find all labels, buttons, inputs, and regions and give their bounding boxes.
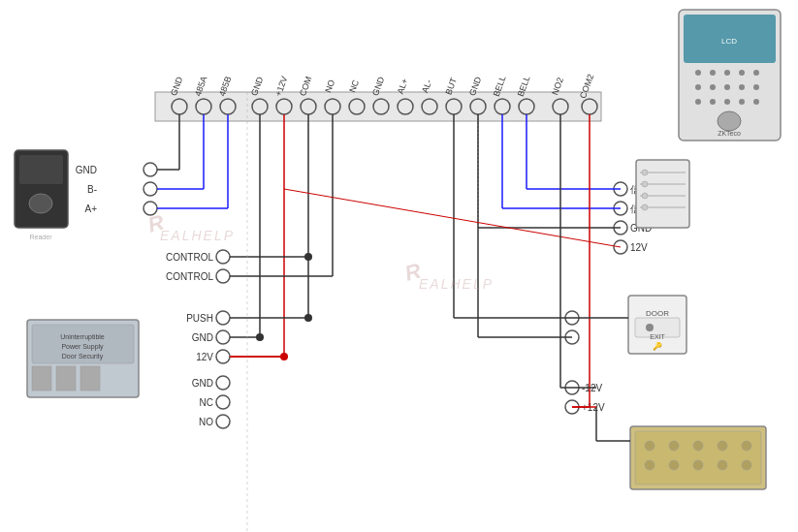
svg-point-164 bbox=[669, 460, 679, 470]
svg-point-167 bbox=[742, 460, 751, 470]
svg-text:NO: NO bbox=[199, 417, 213, 427]
svg-point-158 bbox=[645, 441, 654, 451]
svg-text:Power Supply: Power Supply bbox=[61, 343, 104, 351]
svg-point-155 bbox=[642, 204, 648, 210]
svg-point-154 bbox=[642, 193, 648, 199]
svg-text:GND: GND bbox=[192, 332, 213, 343]
svg-point-159 bbox=[669, 441, 679, 451]
svg-point-127 bbox=[718, 111, 741, 131]
svg-point-160 bbox=[693, 441, 703, 451]
svg-text:EALHELP: EALHELP bbox=[419, 276, 494, 292]
svg-point-152 bbox=[642, 170, 648, 175]
svg-point-116 bbox=[753, 70, 759, 76]
svg-point-126 bbox=[753, 99, 759, 105]
wiring-diagram: GND 485A 485B GND +12V COM NO NC GND AL+… bbox=[0, 0, 798, 532]
svg-point-123 bbox=[710, 99, 716, 105]
svg-rect-139 bbox=[56, 366, 76, 391]
svg-rect-138 bbox=[32, 366, 51, 391]
svg-point-112 bbox=[695, 70, 701, 76]
svg-rect-130 bbox=[19, 155, 63, 184]
svg-point-165 bbox=[693, 460, 703, 470]
svg-point-113 bbox=[710, 70, 716, 76]
svg-point-174 bbox=[256, 333, 264, 341]
svg-rect-157 bbox=[635, 431, 761, 485]
svg-point-131 bbox=[29, 194, 52, 213]
svg-text:Door Security: Door Security bbox=[62, 353, 104, 360]
svg-text:Reader: Reader bbox=[30, 234, 53, 240]
svg-text:CONTROL: CONTROL bbox=[166, 252, 213, 263]
svg-text:B-: B- bbox=[87, 184, 97, 195]
svg-point-161 bbox=[718, 441, 727, 451]
svg-point-173 bbox=[280, 353, 288, 360]
svg-point-119 bbox=[724, 84, 730, 90]
svg-text:CONTROL: CONTROL bbox=[166, 271, 213, 282]
svg-text:LCD: LCD bbox=[721, 37, 737, 46]
svg-point-176 bbox=[304, 314, 312, 322]
svg-text:PUSH: PUSH bbox=[186, 313, 213, 324]
svg-text:12V: 12V bbox=[196, 352, 213, 362]
svg-point-125 bbox=[739, 99, 745, 105]
svg-point-122 bbox=[695, 99, 701, 105]
svg-text:GND: GND bbox=[76, 165, 97, 175]
svg-point-120 bbox=[739, 84, 745, 90]
svg-point-124 bbox=[724, 99, 730, 105]
svg-text:A+: A+ bbox=[84, 203, 97, 214]
svg-point-144 bbox=[646, 324, 654, 331]
svg-text:ZKTeco: ZKTeco bbox=[718, 130, 741, 137]
svg-text:🔑: 🔑 bbox=[653, 341, 662, 351]
svg-point-115 bbox=[739, 70, 745, 76]
svg-text:EXIT: EXIT bbox=[650, 333, 665, 340]
svg-point-114 bbox=[724, 70, 730, 76]
svg-point-162 bbox=[742, 441, 751, 451]
svg-text:EALHELP: EALHELP bbox=[160, 228, 235, 243]
svg-rect-140 bbox=[80, 366, 100, 391]
svg-point-121 bbox=[753, 84, 759, 90]
svg-text:NC: NC bbox=[200, 397, 213, 408]
svg-text:12V: 12V bbox=[630, 242, 648, 253]
svg-point-117 bbox=[695, 84, 701, 90]
svg-point-163 bbox=[645, 460, 654, 470]
svg-text:GND: GND bbox=[192, 378, 213, 389]
svg-text:DOOR: DOOR bbox=[646, 309, 669, 318]
svg-point-118 bbox=[710, 84, 716, 90]
svg-point-175 bbox=[304, 253, 312, 261]
svg-point-166 bbox=[718, 460, 727, 470]
diagram-container: GND 485A 485B GND +12V COM NO NC GND AL+… bbox=[0, 0, 798, 532]
svg-point-153 bbox=[642, 181, 648, 187]
svg-text:Uninterruptible: Uninterruptible bbox=[60, 333, 105, 341]
